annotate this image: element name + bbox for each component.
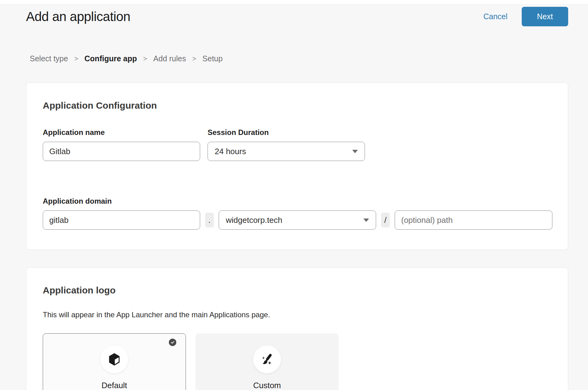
paintbrush-icon <box>260 352 274 366</box>
session-duration-label: Session Duration <box>208 128 365 137</box>
application-name-input[interactable] <box>43 142 200 161</box>
page-title: Add an application <box>26 9 130 24</box>
session-duration-field-group: Session Duration 24 hours <box>208 128 365 161</box>
cancel-button[interactable]: Cancel <box>483 12 507 21</box>
logo-option-label: Custom <box>196 381 338 390</box>
breadcrumb: Select type > Configure app > Add rules … <box>30 54 588 63</box>
domain-select-value: widgetcorp.tech <box>226 215 282 225</box>
dot-separator: . <box>205 213 214 228</box>
breadcrumb-step-select-type[interactable]: Select type <box>30 54 68 63</box>
breadcrumb-separator: > <box>192 55 196 63</box>
default-logo-circle <box>100 345 128 373</box>
logo-card-description: This will appear in the App Launcher and… <box>43 310 551 319</box>
domain-select[interactable]: widgetcorp.tech <box>219 210 376 230</box>
chevron-down-icon <box>352 150 358 153</box>
breadcrumb-separator: > <box>74 55 78 63</box>
breadcrumb-step-setup[interactable]: Setup <box>202 54 222 63</box>
breadcrumb-step-add-rules[interactable]: Add rules <box>153 54 186 63</box>
logo-option-custom[interactable]: Custom <box>195 333 339 390</box>
subdomain-input[interactable] <box>43 210 200 230</box>
custom-logo-circle <box>253 345 281 373</box>
configuration-card-heading: Application Configuration <box>43 100 551 111</box>
chevron-down-icon <box>363 219 369 222</box>
application-domain-row: . widgetcorp.tech / <box>43 210 551 230</box>
header-actions: Cancel Next <box>483 7 568 26</box>
top-white-strip <box>0 0 588 4</box>
breadcrumb-step-configure-app[interactable]: Configure app <box>85 54 137 63</box>
logo-option-label: Default <box>43 381 186 390</box>
slash-separator: / <box>381 213 390 228</box>
application-name-label: Application name <box>43 128 200 137</box>
selected-check-icon <box>169 339 176 346</box>
logo-card-heading: Application logo <box>43 285 551 296</box>
application-name-field-group: Application name <box>43 128 200 161</box>
breadcrumb-separator: > <box>143 55 147 63</box>
path-input[interactable] <box>395 210 552 230</box>
page-header: Add an application Cancel Next <box>0 4 588 26</box>
cube-icon <box>107 352 121 366</box>
application-configuration-card: Application Configuration Application na… <box>26 83 568 250</box>
logo-options-row: Default Custom <box>43 333 551 390</box>
next-button[interactable]: Next <box>522 7 568 26</box>
application-domain-label: Application domain <box>43 197 551 206</box>
session-duration-value: 24 hours <box>215 147 246 156</box>
logo-option-default[interactable]: Default <box>43 333 186 390</box>
application-logo-card: Application logo This will appear in the… <box>26 267 568 390</box>
name-duration-row: Application name Session Duration 24 hou… <box>43 128 551 161</box>
session-duration-select[interactable]: 24 hours <box>208 142 365 161</box>
